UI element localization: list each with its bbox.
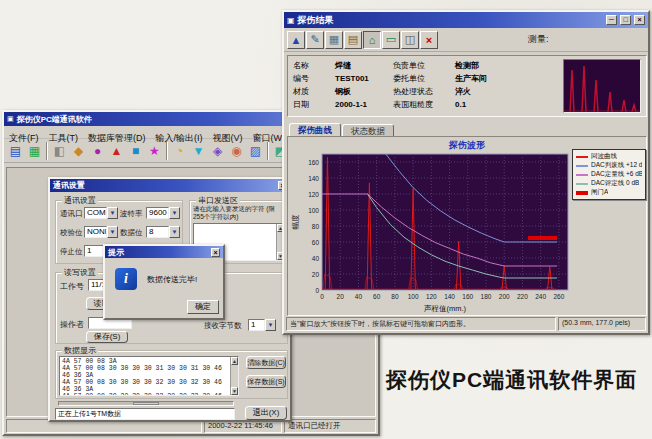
result-window-titlebar[interactable]: ▣ 探伤结果 ─ □ × xyxy=(284,12,648,28)
parity-select[interactable]: NONE▼ xyxy=(84,226,118,238)
data-bits-select[interactable]: 8▼ xyxy=(146,226,180,238)
svg-text:20: 20 xyxy=(337,293,345,300)
close-button[interactable]: × xyxy=(634,15,645,25)
chevron-down-icon[interactable]: ▼ xyxy=(107,226,118,238)
waveform-icon[interactable]: ▲ xyxy=(287,31,305,49)
svg-text:40: 40 xyxy=(355,293,363,300)
chart-legend: 回波曲线DAC判废线 +12 dBDAC定量线 +6 dBDAC评定线 0 dB… xyxy=(572,149,646,200)
hex-dump-area[interactable]: 4A 57 00 08 3A4A 57 00 08 30 30 30 30 31… xyxy=(59,356,239,396)
main-window-title: 探伤仪PC端通讯软件 xyxy=(17,114,92,125)
hex-line: 4A 57 00 08 30 30 30 30 33 30 30 33 30 4… xyxy=(62,393,228,395)
ok-button[interactable]: 确定 xyxy=(187,300,219,314)
measure-icon[interactable]: ◫ xyxy=(401,31,419,49)
group-label: 数据显示 xyxy=(62,345,98,356)
svg-text:幅度: 幅度 xyxy=(291,214,300,230)
save-icon[interactable]: ✎ xyxy=(306,31,324,49)
clear-data-button[interactable]: 清除数据(C) xyxy=(246,356,286,369)
legend-label: DAC定量线 +6 dB xyxy=(591,170,642,179)
comm-port-value: COM1 xyxy=(84,207,107,219)
copy-icon[interactable]: ▼ xyxy=(189,141,208,160)
result-window: ▣ 探伤结果 ─ □ × 测量: ▲✎▦▤⌂▭◫× 名称焊缝负责单位检测部编号T… xyxy=(282,10,650,335)
hex-line: 4A 57 00 08 30 30 30 30 31 30 30 31 30 4… xyxy=(62,365,228,379)
scrollbar-thumb[interactable] xyxy=(133,402,159,405)
chevron-down-icon[interactable]: ▼ xyxy=(169,207,180,219)
legend-label: DAC判废线 +12 dB xyxy=(591,161,642,170)
chevron-down-icon[interactable]: ▼ xyxy=(265,319,276,331)
info-label: 日期 xyxy=(293,98,335,111)
save-data-button[interactable]: 保存数据(S) xyxy=(246,375,286,388)
svg-text:260: 260 xyxy=(553,293,564,300)
new-file-icon[interactable]: ▤ xyxy=(6,141,25,160)
save-icon[interactable]: ◧ xyxy=(50,141,69,160)
minimize-button[interactable]: ─ xyxy=(606,15,617,25)
comm-port-select[interactable]: COM1▼ xyxy=(84,207,118,219)
svg-text:160: 160 xyxy=(308,159,319,166)
close-button[interactable]: × xyxy=(211,248,220,257)
report-icon[interactable]: ▤ xyxy=(344,31,362,49)
hex-vscrollbar[interactable]: ▲ ▼ xyxy=(230,357,238,395)
operator-label: 操作者 xyxy=(60,319,84,330)
svg-text:0: 0 xyxy=(315,287,319,294)
recv-bytes-value: 1 xyxy=(248,319,265,331)
exit-button[interactable]: 退出(X) xyxy=(245,406,287,420)
toolbar-separator xyxy=(267,142,269,160)
pie-chart-icon[interactable]: ◔ xyxy=(170,141,189,160)
svg-text:220: 220 xyxy=(517,293,528,300)
message-box-titlebar[interactable]: 提示 × xyxy=(105,246,223,258)
info-icon: i xyxy=(115,268,137,290)
group-label: 读写设置 xyxy=(62,267,98,278)
svg-text:60: 60 xyxy=(373,293,381,300)
scroll-down-icon[interactable]: ▼ xyxy=(231,387,238,395)
info-label: 表面粗糙度 xyxy=(393,98,455,111)
legend-swatch xyxy=(576,191,588,195)
svg-text:100: 100 xyxy=(308,207,319,214)
open-file-icon[interactable]: ▦ xyxy=(25,141,44,160)
zoom-window-icon[interactable]: ▭ xyxy=(382,31,400,49)
close-red-icon[interactable]: × xyxy=(420,31,438,49)
dialog-title: 通讯设置 xyxy=(53,180,85,191)
baud-rate-label: 波特率 xyxy=(120,209,143,219)
scroll-up-icon[interactable]: ▲ xyxy=(231,357,238,365)
chart-icon[interactable]: ▨ xyxy=(246,141,265,160)
hex-hscrollbar[interactable] xyxy=(58,401,234,406)
maximize-button[interactable]: □ xyxy=(620,15,631,25)
print-icon[interactable]: ◆ xyxy=(69,141,88,160)
svg-text:120: 120 xyxy=(308,191,319,198)
info-value: 2000-1-1 xyxy=(335,98,393,111)
desktop: ▣ 探伤仪PC端通讯软件 ─ □ × 文件(F)工具(T)数据库管理(D)输入/… xyxy=(0,0,652,439)
print-icon[interactable]: ▦ xyxy=(325,31,343,49)
cut-icon[interactable]: ■ xyxy=(126,141,145,160)
save-button[interactable]: 保存(S) xyxy=(86,331,128,343)
legend-label: 回波曲线 xyxy=(591,152,617,161)
info-label: 材质 xyxy=(293,85,335,98)
info-row: 名称焊缝负责单位检测部 xyxy=(293,59,563,72)
svg-text:240: 240 xyxy=(535,293,546,300)
svg-text:80: 80 xyxy=(312,223,320,230)
lock-icon[interactable]: ▲ xyxy=(107,141,126,160)
recv-bytes-label: 接收字节数 xyxy=(204,321,242,331)
legend-label: 闸门A xyxy=(591,188,608,197)
info-label: 委托单位 xyxy=(393,72,455,85)
svg-text:120: 120 xyxy=(426,293,437,300)
data-bits-value: 8 xyxy=(146,226,169,238)
paste-icon[interactable]: ◈ xyxy=(208,141,227,160)
info-label: 负责单位 xyxy=(393,59,455,72)
info-value: 检测部 xyxy=(455,59,525,72)
info-value: 焊缝 xyxy=(335,59,393,72)
home-icon[interactable]: ⌂ xyxy=(363,31,381,49)
info-label: 名称 xyxy=(293,59,335,72)
database-icon[interactable]: ◉ xyxy=(227,141,246,160)
font-icon[interactable]: ★ xyxy=(145,141,164,160)
comm-dialog-titlebar[interactable]: 通讯设置 × xyxy=(50,179,290,192)
search-icon[interactable]: ● xyxy=(88,141,107,160)
recv-bytes-select[interactable]: 1 ▼ xyxy=(248,319,276,331)
chevron-down-icon[interactable]: ▼ xyxy=(107,207,118,219)
toolbar-separator xyxy=(166,142,168,160)
result-tabs: 探伤曲线状态数据 xyxy=(289,120,395,135)
info-row: 材质钢板热处理状态淬火 xyxy=(293,85,563,98)
svg-text:140: 140 xyxy=(444,293,455,300)
message-text: 数据传送完毕! xyxy=(147,274,197,285)
baud-rate-select[interactable]: 9600▼ xyxy=(146,207,180,219)
result-toolbar: 测量: ▲✎▦▤⌂▭◫× xyxy=(284,28,648,52)
chevron-down-icon[interactable]: ▼ xyxy=(169,226,180,238)
